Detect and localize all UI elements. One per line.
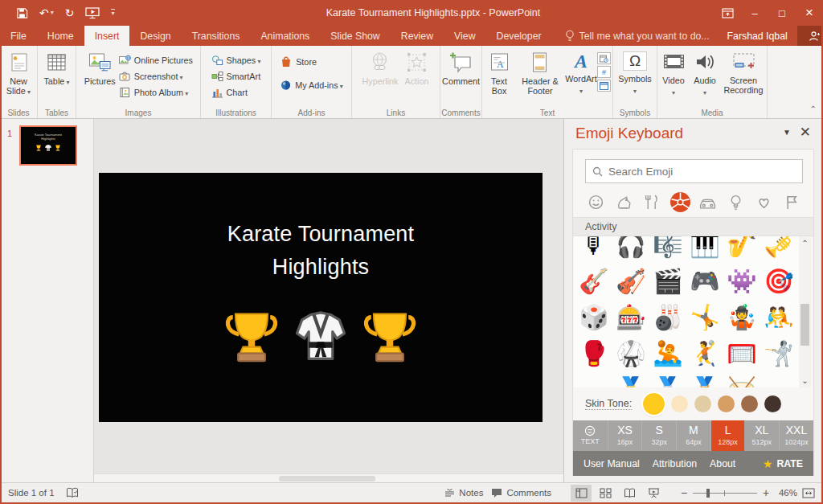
tab-developer[interactable]: Developer bbox=[486, 26, 552, 46]
tab-design[interactable]: Design bbox=[129, 26, 181, 46]
slide-emoji-row[interactable] bbox=[99, 306, 543, 367]
emoji-item[interactable]: 🎸 bbox=[575, 263, 612, 299]
skin-tone-swatch[interactable] bbox=[718, 395, 735, 412]
symbols-button[interactable]: Ω Symbols bbox=[615, 48, 655, 106]
emoji-item[interactable]: 🤺 bbox=[760, 335, 797, 371]
skin-tone-swatch[interactable] bbox=[671, 395, 688, 412]
date-time-icon[interactable] bbox=[597, 52, 611, 64]
emoji-item[interactable]: 🤾 bbox=[686, 335, 723, 371]
emoji-item[interactable]: 🎯 bbox=[760, 263, 797, 299]
emoji-item[interactable]: 🥁 bbox=[723, 371, 760, 387]
about-link[interactable]: About bbox=[710, 458, 735, 469]
category-objects-icon[interactable] bbox=[725, 191, 747, 213]
proofing-icon[interactable] bbox=[66, 487, 79, 498]
slide[interactable]: Karate Tournament Highlights bbox=[99, 173, 543, 422]
size-xs-button[interactable]: XS16px bbox=[608, 420, 642, 451]
normal-view-button[interactable] bbox=[571, 485, 592, 502]
start-slideshow-icon[interactable] bbox=[85, 7, 100, 19]
category-activity-icon-selected[interactable] bbox=[669, 191, 691, 213]
emoji-item[interactable]: 🎷 bbox=[723, 236, 760, 263]
skin-tone-swatch-selected[interactable] bbox=[643, 393, 665, 415]
emoji-grid-scrollbar[interactable]: ⌃ ⌄ bbox=[799, 236, 811, 387]
collapse-ribbon-icon[interactable]: ⌃ bbox=[810, 104, 817, 113]
emoji-search-box[interactable] bbox=[585, 159, 803, 183]
emoji-item[interactable]: 🥉 bbox=[686, 371, 723, 387]
ribbon-display-options-icon[interactable] bbox=[714, 0, 741, 26]
emoji-item[interactable]: 🎼 bbox=[649, 236, 686, 263]
slide-number-icon[interactable]: # bbox=[597, 66, 611, 78]
emoji-item[interactable]: 🎻 bbox=[612, 263, 649, 299]
category-food-icon[interactable] bbox=[641, 191, 663, 213]
customize-qat-icon[interactable] bbox=[111, 9, 114, 17]
zoom-percentage[interactable]: 46% bbox=[775, 488, 797, 498]
save-icon[interactable] bbox=[16, 7, 28, 19]
screenshot-button[interactable]: Screenshot bbox=[119, 69, 194, 83]
emoji-item[interactable]: 🥈 bbox=[649, 371, 686, 387]
maximize-button[interactable]: □ bbox=[768, 0, 796, 26]
photo-album-button[interactable]: Photo Album bbox=[119, 85, 194, 99]
notes-toggle[interactable]: Notes bbox=[444, 488, 483, 498]
tell-me-box[interactable]: Tell me what you want to do... bbox=[557, 26, 718, 46]
emoji-item[interactable]: 🥇 bbox=[612, 371, 649, 387]
new-slide-button[interactable]: New Slide bbox=[2, 48, 35, 106]
chart-button[interactable]: Chart bbox=[211, 85, 261, 99]
horizontal-scrollbar[interactable] bbox=[94, 473, 563, 482]
fit-slide-to-window-icon[interactable] bbox=[802, 488, 815, 498]
emoji-search-input[interactable] bbox=[608, 166, 796, 178]
emoji-item[interactable]: 🥊 bbox=[575, 335, 612, 371]
scroll-down-icon[interactable]: ⌄ bbox=[799, 376, 811, 385]
category-symbols-icon[interactable] bbox=[753, 191, 775, 213]
pane-options-icon[interactable]: ▼ bbox=[783, 128, 791, 137]
tab-animations[interactable]: Animations bbox=[250, 26, 320, 46]
skin-tone-swatch[interactable] bbox=[764, 395, 781, 412]
tab-home[interactable]: Home bbox=[37, 26, 84, 46]
reading-view-button[interactable] bbox=[619, 485, 640, 502]
slide-show-view-button[interactable] bbox=[643, 485, 664, 502]
slide-thumbnail[interactable]: Karate Tournament Highlights bbox=[19, 125, 77, 166]
video-button[interactable]: Video bbox=[658, 48, 689, 106]
emoji-item[interactable]: 🎳 bbox=[649, 299, 686, 335]
tab-slide-show[interactable]: Slide Show bbox=[320, 26, 391, 46]
audio-button[interactable]: Audio bbox=[690, 48, 720, 106]
zoom-out-button[interactable]: − bbox=[680, 486, 688, 499]
store-button[interactable]: Store bbox=[280, 55, 343, 68]
skin-tone-swatch[interactable] bbox=[694, 395, 711, 412]
wordart-button[interactable]: A WordArt bbox=[566, 48, 596, 106]
pane-close-icon[interactable]: ✕ bbox=[800, 124, 811, 141]
slide-title-textbox[interactable]: Karate Tournament Highlights bbox=[99, 218, 543, 284]
size-xxl-button[interactable]: XXL1024px bbox=[779, 420, 813, 451]
undo-icon[interactable]: ↶ bbox=[39, 7, 54, 18]
emoji-item[interactable]: 🎺 bbox=[760, 236, 797, 263]
emoji-item[interactable]: 👾 bbox=[723, 263, 760, 299]
emoji-item[interactable]: 🎹 bbox=[686, 236, 723, 263]
scrollbar-thumb[interactable] bbox=[800, 304, 809, 346]
scroll-up-icon[interactable]: ⌃ bbox=[799, 239, 811, 248]
attribution-link[interactable]: Attribution bbox=[653, 458, 697, 469]
tab-transitions[interactable]: Transitions bbox=[182, 26, 251, 46]
minimize-button[interactable]: – bbox=[741, 0, 768, 26]
table-button[interactable]: Table bbox=[41, 48, 72, 106]
shapes-button[interactable]: Shapes bbox=[211, 53, 261, 67]
smartart-button[interactable]: SmartArt bbox=[211, 69, 261, 83]
emoji-item[interactable]: 🥅 bbox=[723, 335, 760, 371]
object-icon[interactable] bbox=[597, 80, 611, 92]
tab-review[interactable]: Review bbox=[391, 26, 444, 46]
close-button[interactable]: × bbox=[796, 0, 823, 26]
size-text-button[interactable]: TEXT bbox=[573, 420, 608, 451]
emoji-item[interactable]: 🎰 bbox=[612, 299, 649, 335]
zoom-slider-thumb[interactable] bbox=[706, 489, 710, 498]
signed-in-user[interactable]: Farshad Iqbal bbox=[718, 26, 797, 46]
tab-view[interactable]: View bbox=[444, 26, 485, 46]
my-add-ins-button[interactable]: My Add-ins bbox=[280, 78, 343, 92]
skin-tone-swatch[interactable] bbox=[741, 395, 758, 412]
emoji-item[interactable]: 🎲 bbox=[575, 299, 612, 335]
emoji-item[interactable]: 🎮 bbox=[686, 263, 723, 299]
header-footer-button[interactable]: Header & Footer bbox=[515, 48, 565, 106]
redo-icon[interactable]: ↻ bbox=[65, 7, 75, 18]
emoji-item[interactable]: 🎧 bbox=[612, 236, 649, 263]
emoji-item[interactable]: 🤼 bbox=[760, 299, 797, 335]
size-s-button[interactable]: S32px bbox=[641, 420, 676, 451]
category-smileys-icon[interactable] bbox=[585, 191, 607, 213]
emoji-item[interactable]: 🥋 bbox=[612, 335, 649, 371]
pictures-button[interactable]: Pictures bbox=[82, 48, 118, 106]
